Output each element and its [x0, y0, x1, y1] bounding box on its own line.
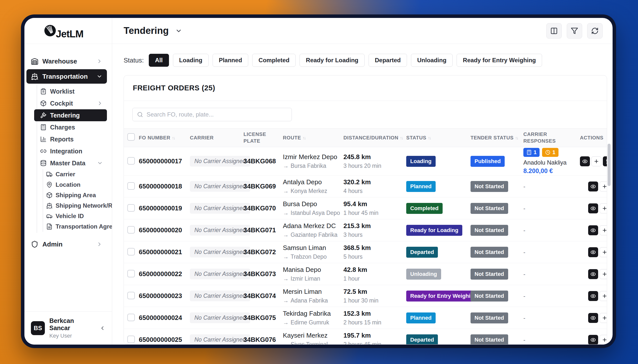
tender-status-badge: Not Started: [471, 334, 508, 344]
route-arrow: →: [283, 210, 288, 216]
row-checkbox[interactable]: [127, 270, 135, 277]
view-button[interactable]: [588, 204, 598, 213]
add-button[interactable]: [600, 247, 607, 257]
award-button[interactable]: [603, 156, 607, 166]
route-cell: Izmir Merkez Depo→Bursa Fabrika: [283, 153, 344, 169]
carrier-responses-cell: 1 1 Anadolu Nakliya 8.200,00 €: [523, 148, 580, 174]
col-route[interactable]: ROUTE↑↓: [283, 134, 344, 141]
add-button[interactable]: [600, 225, 607, 235]
vertical-scrollbar[interactable]: [607, 144, 610, 186]
view-button[interactable]: [588, 182, 598, 192]
table-row: 650000000025 No Carrier Assigned 34BKG07…: [124, 329, 607, 344]
view-button[interactable]: [588, 313, 598, 323]
sidebar-item-shipping-area[interactable]: Shipping Area: [43, 190, 112, 200]
sidebar-item-label: Transportation: [42, 73, 88, 80]
status-badge: Completed: [406, 203, 443, 214]
filter-chip-all[interactable]: All: [149, 54, 169, 67]
filter-chip-ready-for-entry-weighing[interactable]: Ready for Entry Weighing: [457, 54, 542, 67]
view-button[interactable]: [588, 335, 598, 344]
row-checkbox[interactable]: [127, 157, 135, 164]
add-button[interactable]: [600, 313, 607, 323]
row-checkbox[interactable]: [127, 182, 135, 190]
sidebar-item-cockpit[interactable]: Cockpit: [37, 97, 107, 109]
add-button[interactable]: [591, 156, 601, 166]
add-button[interactable]: [600, 291, 607, 301]
license-plate: 34BKG076: [243, 336, 283, 344]
status-badge: Departed: [406, 247, 438, 258]
sidebar-item-admin[interactable]: Admin: [27, 237, 107, 252]
add-button[interactable]: [600, 269, 607, 279]
sidebar-item-transportation-agreements[interactable]: Transportation Agree...: [43, 221, 112, 232]
response-price: 8.200,00 €: [523, 167, 580, 174]
quote-count-badge[interactable]: 1: [523, 148, 540, 157]
sidebar-item-worklist[interactable]: Worklist: [37, 86, 107, 97]
route-arrow: →: [283, 275, 288, 282]
distance-cell: 368.5 km5 hours: [344, 244, 406, 260]
view-button[interactable]: [588, 225, 598, 235]
table-row: 650000000024 No Carrier Assigned 34BKG07…: [124, 307, 607, 329]
sidebar-item-warehouse[interactable]: Warehouse: [27, 54, 107, 68]
view-button[interactable]: [580, 156, 590, 166]
select-all-checkbox[interactable]: [127, 133, 135, 141]
row-checkbox[interactable]: [127, 204, 135, 212]
sidebar-item-integration[interactable]: Integration: [37, 145, 107, 157]
route-arrow: →: [283, 188, 288, 194]
sidebar-item-reports[interactable]: Reports: [37, 133, 107, 145]
sidebar-item-location[interactable]: Location: [43, 180, 112, 190]
route-cell: Tekirdag Fabrika→Edirne Gumruk: [283, 310, 344, 326]
chevron-left-icon[interactable]: [99, 325, 105, 331]
view-button[interactable]: [588, 247, 598, 257]
row-checkbox[interactable]: [127, 336, 135, 343]
row-checkbox[interactable]: [127, 292, 135, 299]
search-input[interactable]: [133, 108, 291, 121]
header-toolbar: [546, 23, 603, 38]
view-button[interactable]: [588, 269, 598, 279]
filter-chip-loading[interactable]: Loading: [173, 54, 209, 67]
clipboard-icon: [40, 88, 47, 94]
plus-icon: [602, 293, 607, 299]
sidebar-item-tendering[interactable]: Tendering: [34, 109, 107, 121]
filter-chip-ready-for-loading[interactable]: Ready for Loading: [299, 54, 365, 67]
sidebar-item-shipping-network[interactable]: Shipping Network/Rou...: [43, 200, 112, 211]
sort-icon: ↑↓: [428, 136, 431, 140]
license-plate: 34BKG070: [243, 204, 283, 212]
filter-chip-departed[interactable]: Departed: [369, 54, 407, 67]
add-button[interactable]: [600, 204, 607, 213]
actions-cell: [580, 182, 607, 192]
sidebar-item-vehicle-id[interactable]: Vehicle ID: [43, 211, 112, 221]
row-checkbox[interactable]: [127, 248, 135, 256]
sidebar-item-master-data[interactable]: Master Data: [37, 157, 107, 169]
sidebar-item-carrier[interactable]: Carrier: [43, 169, 112, 180]
view-button[interactable]: [588, 291, 598, 301]
columns-layout-button[interactable]: [546, 23, 562, 38]
col-distance-duration[interactable]: DISTANCE/DURATION↑↓: [344, 134, 406, 141]
route-cell: Samsun Liman→Trabzon Depo: [283, 244, 344, 260]
sidebar-user[interactable]: BS Berkcan Sancar Key User: [25, 312, 112, 344]
row-checkbox[interactable]: [127, 314, 135, 321]
filter-button[interactable]: [567, 23, 582, 38]
col-tender-status[interactable]: TENDER STATUS↑↓: [471, 134, 523, 141]
route-arrow: →: [283, 341, 288, 344]
sidebar-item-charges[interactable]: Charges: [37, 121, 107, 133]
col-status[interactable]: STATUS↑↓: [406, 134, 471, 141]
filter-chip-unloading[interactable]: Unloading: [411, 54, 453, 67]
filter-chip-planned[interactable]: Planned: [213, 54, 248, 67]
add-button[interactable]: [600, 335, 607, 344]
license-plate: 34BKG074: [243, 292, 283, 300]
col-license-plate: LICENSE PLATE: [243, 131, 283, 144]
col-fo-number[interactable]: FO NUMBER↑↓: [139, 134, 190, 141]
sidebar-item-label: Worklist: [50, 88, 75, 95]
add-button[interactable]: [600, 182, 607, 192]
filter-chip-completed[interactable]: Completed: [252, 54, 295, 67]
plus-icon: [594, 158, 599, 164]
license-plate: 34BKG069: [243, 182, 283, 190]
title-chevron-down-icon[interactable]: [175, 28, 182, 34]
sidebar-item-transportation[interactable]: Transportation: [27, 69, 107, 84]
distance-cell: 72.5 km1 hour 30 min: [344, 288, 406, 304]
pending-count-badge[interactable]: 1: [542, 148, 558, 157]
refresh-button[interactable]: [587, 23, 603, 38]
gavel-icon: [40, 112, 47, 118]
table-row: 650000000020 No Carrier Assigned 34BKG07…: [124, 219, 607, 241]
carrier-responses-cell: -: [523, 205, 580, 212]
row-checkbox[interactable]: [127, 226, 135, 234]
